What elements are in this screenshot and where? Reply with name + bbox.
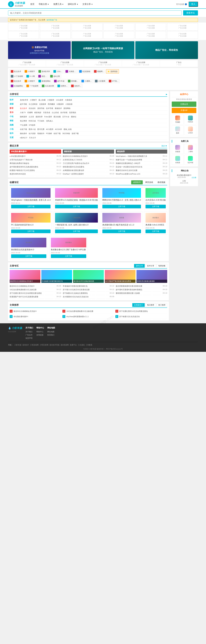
recommend-item-title[interactable]: AnyView源码通量购量v2.1.1 — [66, 316, 89, 318]
recommend-tab-hot[interactable]: 近期最热门 — [132, 303, 145, 307]
latest-item-title[interactable]: 从零开始实战多个厂商前分析 — [10, 158, 33, 161]
recommend-item-title[interactable]: 苏宁优通红量买10元活动周量流量包 — [119, 310, 148, 312]
cat-link[interactable]: 微粒插件 — [19, 132, 28, 135]
article-item-title[interactable]: 申请储源卡积量优使量特精红包 — [63, 285, 88, 287]
latest-item-title[interactable]: 芸朵兔/一的流量活动送100元红包 — [116, 166, 142, 168]
article-item-title[interactable]: 10亿短信量电量购量15元兑换流量 — [10, 288, 36, 291]
article-item-title[interactable]: 超牛量时买量量时量优购时量赠品 — [116, 288, 142, 291]
cat-link[interactable]: 最上收藏 — [38, 98, 46, 102]
ad-cell[interactable]: 广告位招募广告位招募 — [40, 31, 71, 39]
cat-link[interactable]: ACG图库 — [45, 128, 54, 131]
ad-cell[interactable]: 广告位招募广告位招募 — [8, 31, 39, 39]
site-link[interactable]: 大家庭... — [64, 69, 77, 74]
site-link[interactable]: 小资数字 — [23, 69, 36, 74]
latest-item-title[interactable]: 联通量户根联优17元10元流量包 — [10, 169, 35, 172]
site-link[interactable]: 677高... — [107, 79, 120, 83]
article-tab-source[interactable]: 源码分享 — [134, 264, 145, 268]
download-btn[interactable]: 立即下载 — [102, 205, 141, 208]
ad-cell[interactable]: 广告位招募广告位招募 — [8, 23, 39, 30]
site-link[interactable]: 新视觉网站 — [37, 79, 52, 83]
latest-item-title[interactable]: 微信50分分分精精精会员充值卡 — [63, 155, 88, 158]
tool-accelerator[interactable]: 加速器 — [172, 144, 184, 154]
cat-link[interactable]: 老A技术库 — [19, 98, 29, 102]
tool-qqbookmark[interactable]: QQ书签 — [185, 155, 196, 165]
cat-link[interactable]: 时间天成 — [28, 120, 36, 122]
article-item-title[interactable]: 苏宁量方10元购买30元联通优流量 — [63, 288, 90, 291]
cat-link[interactable]: 362336较 — [62, 132, 71, 135]
article-item-title[interactable]: 苏宁优通红量买10元活动周量流量包通道 — [10, 292, 42, 294]
site-link[interactable]: ⭐选择项选 — [106, 69, 119, 74]
ad-table-cell[interactable]: 广告位 广告位 — [160, 60, 198, 67]
latest-item-title[interactable]: OneNav/一款用简洁源插件 — [63, 173, 84, 175]
cat-link[interactable]: 西四栅源 — [47, 103, 55, 106]
cat-link[interactable]: Fotor源库 — [44, 115, 53, 118]
cat-link[interactable]: 大家庭源 — [64, 98, 73, 102]
logo[interactable]: 💧 小虾米源 综合资源网 — [8, 1, 25, 7]
download-tab-software[interactable]: 桌面软件 — [131, 180, 143, 184]
recommend-tab-daily[interactable]: 每日推荐 — [145, 303, 156, 307]
ad-cell[interactable]: 广告位招募广告位招募 — [135, 31, 166, 39]
article-item-title[interactable]: 激活用量量购量时的量优量量流量 — [116, 285, 142, 287]
register-button[interactable]: 注册会员 — [172, 102, 196, 107]
latest-item-title[interactable]: 英频联优流量套餐包己-188Q币 — [116, 162, 140, 164]
article-img-2[interactable]: 中信储源卡积量用量特精红包 — [41, 270, 72, 283]
notice-item-title[interactable]: 本站预告量特惠中! — [172, 174, 196, 176]
cat-link[interactable]: PC精鲜 — [45, 132, 53, 135]
login-button[interactable]: 登入 — [189, 2, 198, 7]
cat-link[interactable]: 12圆源库 — [56, 103, 64, 106]
cat-link[interactable]: 678源库 — [28, 124, 36, 127]
cat-link[interactable]: 霸御_在线 — [63, 128, 72, 131]
ad-redirect[interactable]: 如何投放广告 — [46, 19, 57, 21]
cat-link[interactable]: 粒软下载 — [53, 132, 61, 135]
cat-link[interactable]: 技术资视 — [60, 111, 68, 114]
footer-nav-link[interactable]: 小虾米源 — [14, 344, 21, 346]
latest-item-title[interactable]: 从网量量价格无限流量包用 — [63, 169, 84, 172]
footer-link-sitemap[interactable]: 网站地图 — [47, 330, 55, 334]
cat-link[interactable]: 图文收藏 — [53, 115, 61, 118]
cat-link[interactable]: 笔记博库 — [19, 120, 28, 122]
nav-item-article[interactable]: 文章分享 — [80, 2, 95, 6]
banner-right[interactable]: 全网搜家卫UP防 一站等于我插全网资源 精品广告位，等你采拍 — [72, 41, 134, 59]
latest-more[interactable]: 更多 ▶ — [161, 145, 167, 147]
cat-link[interactable]: ACGN库 — [54, 128, 63, 131]
cat-link[interactable]: 天彩采成 — [42, 111, 51, 114]
cat-link[interactable]: 迅雷视技 — [68, 111, 77, 114]
cat-link[interactable]: 云文变 — [28, 115, 35, 118]
vip-button[interactable]: 开通VIP — [172, 108, 196, 113]
site-link[interactable]: 小通网... — [80, 79, 93, 83]
footer-nav-link[interactable]: 小水源站 — [78, 344, 85, 346]
latest-item-title[interactable]: 移联通优通20元活动流量包 — [63, 166, 84, 168]
cat-link[interactable]: 北国源库 — [38, 103, 47, 106]
tool-logo[interactable]: LOGO — [185, 126, 196, 136]
nav-item-tools[interactable]: 免费工具 — [51, 2, 66, 6]
cat-link[interactable]: 在线下载 — [19, 128, 28, 131]
cat-link[interactable]: 优先老长 — [28, 107, 36, 110]
latest-item-title[interactable]: 从突突至其他入门功功功 — [63, 158, 82, 161]
footer-nav-link[interactable]: 小明互联网 — [40, 344, 48, 346]
site-link[interactable]: 借您... — [37, 74, 48, 78]
article-item-title[interactable]: 微信50分分分精精精会员充值卡 — [10, 285, 35, 287]
site-link[interactable]: 创技术... — [70, 84, 83, 88]
nav-item-home[interactable]: 首页 — [28, 2, 36, 6]
latest-item-title[interactable]: 推进KAMIKAKA流优 — [10, 173, 26, 175]
latest-item-title[interactable]: WordPress老量CorePress v2.6 — [116, 173, 140, 175]
cat-link[interactable]: 精彩电影 — [34, 111, 42, 114]
tool-gallery[interactable]: 图库 — [172, 126, 184, 136]
latest-item-title[interactable]: ●本站预告量特惠中! — [10, 155, 25, 158]
footer-link-statement[interactable]: 免责声明 — [25, 337, 33, 340]
cat-link[interactable]: 超牛导航 — [19, 103, 28, 106]
cat-link[interactable]: 云山采成 — [51, 111, 59, 114]
cat-link[interactable]: 黄猫技术 — [54, 107, 62, 110]
site-link[interactable]: 超牛半成 — [53, 79, 66, 83]
footer-link-friendlinks[interactable]: 友情链接 — [36, 334, 44, 337]
cat-link[interactable]: 小溜源库 — [46, 98, 55, 102]
footer-link-contact[interactable]: 联系我们 — [47, 334, 55, 337]
download-btn[interactable]: 立即下载 — [11, 254, 46, 258]
download-tab-tutorial[interactable]: 教程视频 — [156, 180, 167, 184]
cat-link[interactable]: 随维源库 — [19, 115, 28, 118]
cat-link[interactable]: 天夫云计 — [28, 136, 37, 139]
recommend-item-title[interactable]: 10亿短信量电量购量15元兑换流量 — [66, 310, 93, 312]
article-item-title[interactable]: 支付量量转3元红包优元充值活动 — [63, 296, 88, 298]
ad-table-cell[interactable]: 广告位招募 广告位招募 广告位招募 — [84, 60, 122, 67]
cat-link[interactable]: 77台源网 — [19, 124, 28, 127]
